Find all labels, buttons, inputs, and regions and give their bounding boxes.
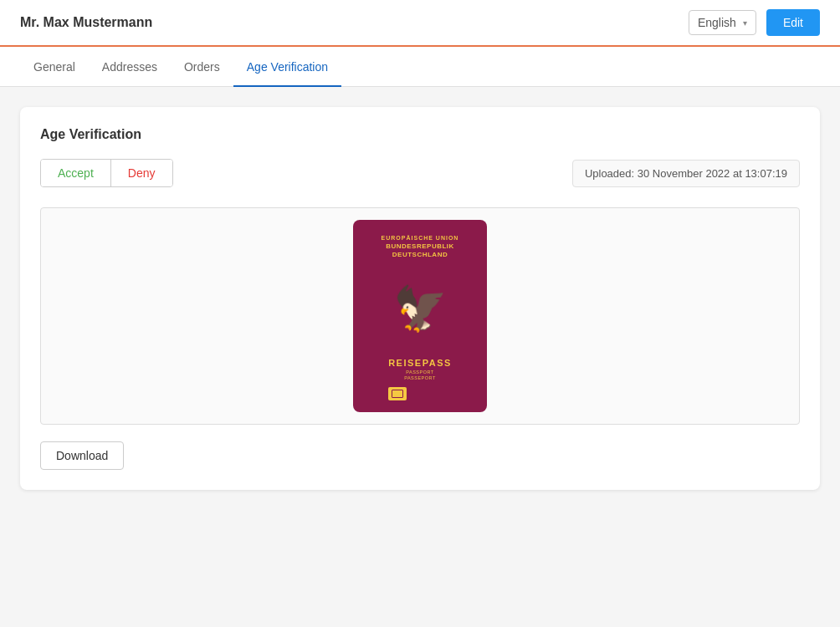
age-verification-card: Age Verification Accept Deny Uploaded: 3…	[20, 107, 820, 490]
main-content: Age Verification Accept Deny Uploaded: 3…	[0, 87, 840, 510]
download-button[interactable]: Download	[40, 441, 124, 470]
action-buttons: Accept Deny	[40, 159, 173, 187]
document-preview: EUROPÄISCHE UNION BUNDESREPUBLIK DEUTSCH…	[40, 207, 800, 425]
user-name: Mr. Max Mustermann	[20, 15, 152, 30]
passport-chip-inner	[392, 390, 403, 398]
language-label: English	[698, 16, 736, 29]
accept-button[interactable]: Accept	[41, 160, 111, 186]
passport-footer: REISEPASS PASSPORT PASSEPORT	[388, 358, 452, 400]
tab-addresses[interactable]: Addresses	[89, 47, 171, 87]
verification-actions: Accept Deny Uploaded: 30 November 2022 a…	[40, 159, 800, 187]
passport-chip-icon	[388, 387, 407, 400]
header-right: English ▾ Edit	[689, 9, 820, 36]
deny-button[interactable]: Deny	[111, 160, 172, 186]
passport-header: EUROPÄISCHE UNION BUNDESREPUBLIK DEUTSCH…	[382, 235, 459, 260]
tab-general[interactable]: General	[20, 47, 89, 87]
tab-orders[interactable]: Orders	[171, 47, 233, 87]
chevron-down-icon: ▾	[743, 18, 747, 28]
language-selector[interactable]: English ▾	[689, 10, 756, 35]
passport-eu-label: EUROPÄISCHE UNION	[382, 235, 459, 241]
upload-info: Uploaded: 30 November 2022 at 13:07:19	[572, 160, 800, 187]
passport-country-label: BUNDESREPUBLIK DEUTSCHLAND	[382, 242, 459, 260]
tab-age-verification[interactable]: Age Verification	[233, 47, 341, 87]
tabs-bar: General Addresses Orders Age Verificatio…	[0, 47, 840, 87]
passport-image: EUROPÄISCHE UNION BUNDESREPUBLIK DEUTSCH…	[353, 220, 487, 412]
passport-type-label: REISEPASS	[388, 358, 452, 368]
card-title: Age Verification	[40, 127, 800, 142]
passport-subtitle: PASSPORT PASSEPORT	[388, 370, 452, 382]
header: Mr. Max Mustermann English ▾ Edit	[0, 0, 840, 47]
edit-button[interactable]: Edit	[766, 9, 820, 36]
passport-eagle-icon: 🦅	[393, 287, 448, 330]
